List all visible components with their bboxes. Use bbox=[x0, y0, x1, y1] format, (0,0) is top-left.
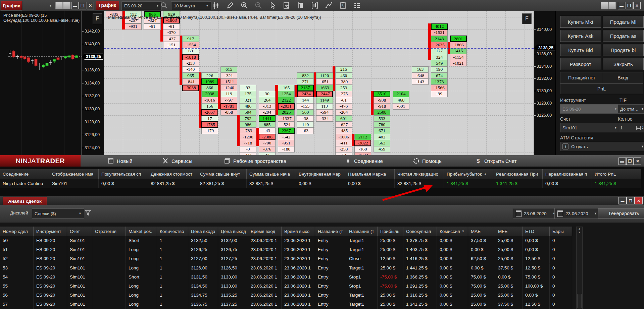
table-row[interactable]: 54ES 09-20Sim101Short13131,503133,0023.0… bbox=[0, 272, 572, 282]
chevron-down-icon[interactable]: ▼ bbox=[49, 4, 52, 7]
strategy-sheet-icon[interactable]: xx bbox=[339, 1, 347, 9]
panel-instrument-select[interactable]: ES 09-20▼ bbox=[560, 104, 620, 114]
focus-button[interactable]: F bbox=[93, 13, 102, 24]
column-header[interactable]: Время выхо bbox=[282, 227, 315, 236]
accounts-data-row[interactable]: NinjaTrader ContinuSim1010,00 $82 881,25… bbox=[0, 179, 641, 188]
table-row[interactable]: 50ES 09-20Sim101Short13132,503132,0023.0… bbox=[0, 236, 572, 245]
menu-item-соединение[interactable]: Соединение bbox=[345, 155, 383, 167]
table-row[interactable]: 52ES 09-20Sim101Long13127,003127,2523.06… bbox=[0, 254, 572, 263]
minimize-button[interactable]: ▬ bbox=[618, 2, 625, 9]
sell-button-row2[interactable]: Продать bi bbox=[603, 44, 644, 56]
restore-button[interactable]: ❐ bbox=[79, 2, 86, 9]
scroll-down-icon[interactable]: ▼ bbox=[577, 231, 582, 234]
table-row[interactable]: 57ES 09-20Sim101Long13136,753137,2523.06… bbox=[0, 300, 572, 309]
line-draw-icon[interactable] bbox=[325, 1, 333, 9]
mini-price-axis[interactable]: 3142,003140,003136,003134,003132,003130,… bbox=[82, 11, 104, 155]
list-icon[interactable] bbox=[353, 1, 361, 9]
column-header[interactable]: Номер сдел bbox=[0, 227, 34, 236]
column-header[interactable]: Реализованная При bbox=[493, 169, 543, 179]
close-button[interactable]: ✕ bbox=[634, 158, 641, 165]
table-row[interactable]: 51ES 09-20Sim101Long13126,253126,7523.06… bbox=[0, 245, 572, 254]
account-select[interactable]: Sim101▼ bbox=[560, 123, 620, 132]
instrument-select[interactable]: ES 09-20▼ bbox=[121, 1, 162, 10]
column-header[interactable]: MFE bbox=[495, 227, 523, 236]
cursor-icon[interactable] bbox=[268, 1, 277, 9]
column-header[interactable]: Бары bbox=[550, 227, 572, 236]
pencil-icon[interactable] bbox=[226, 1, 234, 9]
column-header[interactable]: Комиссия ▼ bbox=[437, 227, 468, 236]
column-header[interactable]: Сумма свыше нача bbox=[247, 169, 296, 179]
display-select[interactable]: Сделки ($)▼ bbox=[32, 208, 84, 219]
maximize-button[interactable]: ❐ bbox=[626, 158, 634, 165]
menu-item-открыть-счет[interactable]: $Открыть Счет bbox=[475, 155, 516, 167]
menu-item-рабочие-пространства[interactable]: Рабочие пространства bbox=[224, 155, 286, 167]
generate-button[interactable]: Генерировать bbox=[598, 208, 644, 219]
column-header[interactable]: Начальная маржа bbox=[345, 169, 395, 179]
indicator-panel-icon[interactable] bbox=[297, 1, 305, 9]
column-header[interactable]: Денежная стоимост bbox=[148, 169, 197, 179]
column-header[interactable]: Соединение bbox=[0, 169, 49, 179]
scrollbar-thumb[interactable] bbox=[577, 294, 582, 308]
footprint-chart[interactable]: MarketBalance_Price line(ES 09-20 (10 Ми… bbox=[104, 11, 534, 155]
tif-select[interactable]: До отм…▼ bbox=[618, 104, 644, 114]
window-stack-right-icon[interactable] bbox=[608, 2, 616, 9]
enter-button[interactable]: Вход bbox=[603, 72, 643, 83]
buy-button-row2[interactable]: Купить Bid bbox=[560, 44, 601, 56]
column-header[interactable]: Время вход bbox=[248, 227, 282, 236]
buy-button-row1[interactable]: Купить Ask bbox=[560, 30, 601, 42]
close-icon[interactable]: ✕ bbox=[635, 197, 643, 204]
window-stack-left-icon[interactable] bbox=[63, 2, 70, 9]
chart-window-tab[interactable]: График bbox=[1, 1, 22, 10]
analysis-tab[interactable]: Анализ сделок bbox=[3, 197, 47, 205]
interval-select[interactable]: 10 Минута▼ bbox=[171, 1, 211, 10]
zoom-in-icon[interactable] bbox=[240, 1, 248, 9]
buy-button-row0[interactable]: Купить Mkt bbox=[560, 16, 601, 28]
column-header[interactable]: MAE bbox=[468, 227, 495, 236]
focus-button[interactable]: F bbox=[522, 13, 532, 24]
price-axis[interactable]: 3140,003136,003134,003132,003130,003128,… bbox=[534, 11, 556, 155]
column-header[interactable]: Прибыль/убыток ▲ bbox=[444, 169, 493, 179]
column-header[interactable]: Чистая ликвидацио bbox=[395, 169, 444, 179]
column-header[interactable]: Итого PnL bbox=[592, 169, 641, 179]
atm-strategy-select[interactable]: i Создать ▼ bbox=[560, 142, 644, 151]
column-header[interactable]: Нереализованная п bbox=[543, 169, 592, 179]
column-header[interactable]: ETD bbox=[523, 227, 550, 236]
scroll-up-icon[interactable]: ▲ bbox=[577, 227, 582, 231]
table-row[interactable]: 53ES 09-20Sim101Long13126,003126,5023.06… bbox=[0, 263, 572, 272]
bar-analysis-icon[interactable] bbox=[311, 1, 319, 9]
close-button[interactable]: ✕ bbox=[87, 2, 94, 9]
column-header[interactable]: Название (т bbox=[346, 227, 378, 236]
window-restore-left-icon[interactable] bbox=[55, 2, 63, 9]
column-header[interactable]: Сумма свыше внут bbox=[197, 169, 247, 179]
close-button[interactable]: ✕ bbox=[633, 2, 641, 9]
menu-item-новый[interactable]: Новый bbox=[107, 155, 132, 167]
menu-item-помощь[interactable]: Помощь bbox=[413, 155, 442, 167]
column-header[interactable]: Цена выход bbox=[218, 227, 248, 236]
buy-button-row3[interactable]: Разворот bbox=[560, 58, 601, 70]
date-from-picker[interactable]: 23.06.2020 ▼ bbox=[513, 208, 558, 219]
menu-item-сервисы[interactable]: Сервисы bbox=[162, 155, 192, 167]
column-header[interactable]: Market pos. bbox=[126, 227, 157, 236]
column-header[interactable]: Совокупная bbox=[403, 227, 437, 236]
column-header[interactable]: Отображаемое имя bbox=[49, 169, 99, 179]
column-header[interactable]: Название (т bbox=[315, 227, 346, 236]
column-header[interactable]: Счет bbox=[67, 227, 92, 236]
column-header[interactable]: Цена входа bbox=[188, 227, 218, 236]
minimize-button[interactable]: ▬ bbox=[618, 158, 626, 165]
sell-button-row3[interactable]: Закрыть bbox=[603, 58, 644, 70]
sell-button-row1[interactable]: Продать as bbox=[603, 30, 644, 42]
column-header[interactable]: Инструмент bbox=[34, 227, 67, 236]
scrollbar[interactable]: ▲ ▼ bbox=[576, 227, 583, 309]
column-header[interactable]: Стратегия bbox=[92, 227, 126, 236]
search-icon[interactable] bbox=[160, 2, 168, 10]
candlestick-chart-icon[interactable] bbox=[212, 1, 220, 9]
table-row[interactable]: 55ES 09-20Sim101Long13134,503133,0023.06… bbox=[0, 282, 572, 291]
sell-button-row0[interactable]: Продать Ml bbox=[603, 16, 644, 28]
minimize-button[interactable]: ▬ bbox=[71, 2, 79, 9]
window-restore-right-icon[interactable] bbox=[601, 2, 608, 9]
date-to-picker[interactable]: 23.06.2020 ▼ bbox=[554, 208, 600, 219]
table-row[interactable]: 56ES 09-20Sim101Long13134,753135,2523.06… bbox=[0, 291, 572, 300]
column-header[interactable]: Внутридневная мар bbox=[296, 169, 345, 179]
maximize-button[interactable]: ❐ bbox=[627, 197, 635, 204]
data-box-icon[interactable] bbox=[283, 1, 291, 9]
